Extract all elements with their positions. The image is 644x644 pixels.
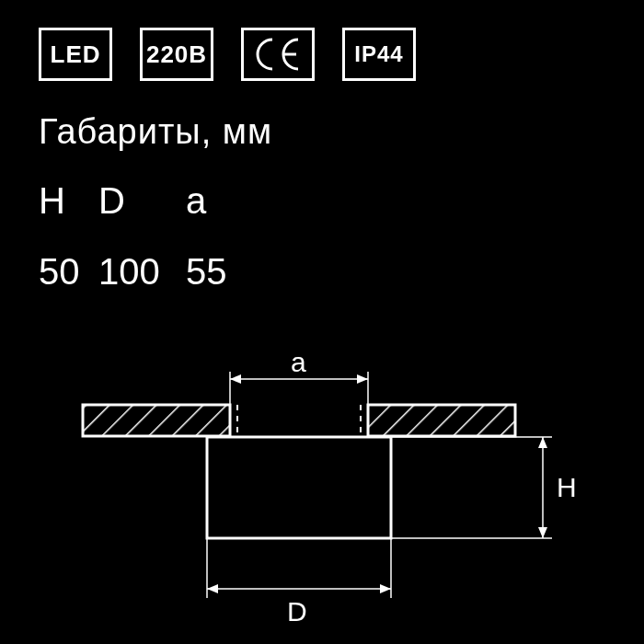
col-a: a xyxy=(186,175,259,227)
col-d: D xyxy=(98,175,186,227)
badge-voltage: 220В xyxy=(140,28,213,81)
dim-label-a: a xyxy=(291,350,306,377)
badge-ce xyxy=(241,28,315,81)
table-value-row: 50 100 55 xyxy=(39,251,259,293)
dim-label-d: D xyxy=(287,596,307,627)
svg-marker-12 xyxy=(230,374,241,384)
val-d: 100 xyxy=(98,251,186,293)
col-h: H xyxy=(39,175,98,227)
ce-icon xyxy=(252,36,304,73)
val-a: 55 xyxy=(186,251,259,293)
svg-marker-17 xyxy=(207,584,218,593)
svg-marker-18 xyxy=(380,584,391,593)
dimension-diagram: a D H xyxy=(0,350,644,644)
badge-row: LED 220В IP44 xyxy=(39,28,416,81)
dimensions-table: H D a 50 100 55 xyxy=(39,175,259,293)
svg-marker-13 xyxy=(357,374,368,384)
svg-rect-8 xyxy=(207,437,391,538)
dimensions-title: Габариты, мм xyxy=(39,112,272,152)
val-h: 50 xyxy=(39,251,98,293)
table-header-row: H D a xyxy=(39,175,259,227)
svg-rect-3 xyxy=(368,405,515,436)
svg-rect-2 xyxy=(83,405,230,436)
badge-led: LED xyxy=(39,28,112,81)
svg-marker-23 xyxy=(538,527,547,538)
dim-label-h: H xyxy=(557,472,577,502)
svg-marker-22 xyxy=(538,437,547,448)
badge-ip: IP44 xyxy=(342,28,416,81)
